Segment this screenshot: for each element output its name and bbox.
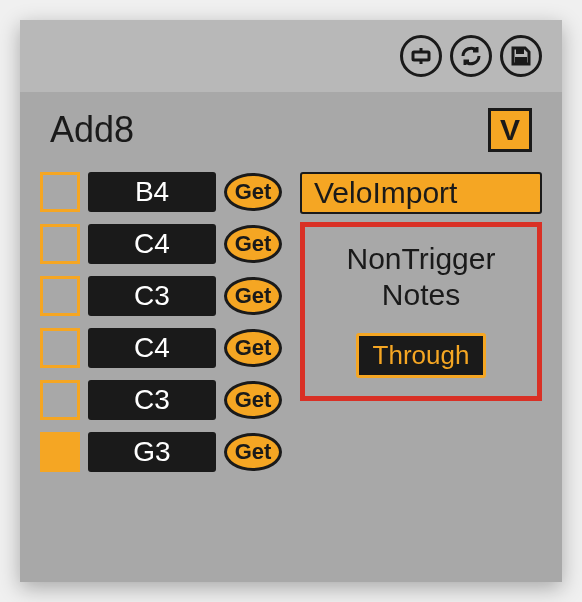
note-row: C4 Get bbox=[40, 328, 282, 368]
through-button[interactable]: Through bbox=[356, 333, 487, 378]
note-row: C4 Get bbox=[40, 224, 282, 264]
refresh-icon[interactable] bbox=[450, 35, 492, 77]
svg-rect-4 bbox=[515, 57, 527, 64]
note-label[interactable]: C3 bbox=[88, 380, 216, 420]
expand-icon[interactable] bbox=[400, 35, 442, 77]
note-label[interactable]: G3 bbox=[88, 432, 216, 472]
device-title: Add8 bbox=[50, 109, 134, 151]
get-button[interactable]: Get bbox=[224, 225, 282, 263]
save-icon[interactable] bbox=[500, 35, 542, 77]
get-button[interactable]: Get bbox=[224, 329, 282, 367]
note-checkbox[interactable] bbox=[40, 432, 80, 472]
note-row: C3 Get bbox=[40, 276, 282, 316]
nontrigger-section: NonTrigger Notes Through bbox=[300, 222, 542, 401]
get-button[interactable]: Get bbox=[224, 433, 282, 471]
right-column: VeloImport NonTrigger Notes Through bbox=[300, 172, 542, 472]
note-checkbox[interactable] bbox=[40, 276, 80, 316]
get-button[interactable]: Get bbox=[224, 381, 282, 419]
note-checkbox[interactable] bbox=[40, 224, 80, 264]
main-content: B4 Get C4 Get C3 Get C4 Get C3 G bbox=[20, 172, 562, 472]
velo-import-button[interactable]: VeloImport bbox=[300, 172, 542, 214]
titlebar bbox=[20, 20, 562, 92]
note-label[interactable]: B4 bbox=[88, 172, 216, 212]
note-checkbox[interactable] bbox=[40, 328, 80, 368]
note-label[interactable]: C4 bbox=[88, 224, 216, 264]
nontrigger-label: NonTrigger Notes bbox=[347, 241, 496, 313]
get-button[interactable]: Get bbox=[224, 277, 282, 315]
note-label[interactable]: C3 bbox=[88, 276, 216, 316]
note-row: C3 Get bbox=[40, 380, 282, 420]
note-checkbox[interactable] bbox=[40, 380, 80, 420]
svg-rect-0 bbox=[413, 52, 429, 60]
svg-rect-3 bbox=[516, 48, 524, 54]
note-checkbox[interactable] bbox=[40, 172, 80, 212]
header-row: Add8 V bbox=[20, 92, 562, 172]
device-panel: Add8 V B4 Get C4 Get C3 Get C4 bbox=[20, 20, 562, 582]
note-row: B4 Get bbox=[40, 172, 282, 212]
nontrigger-label-line2: Notes bbox=[382, 278, 460, 311]
get-button[interactable]: Get bbox=[224, 173, 282, 211]
note-rows-column: B4 Get C4 Get C3 Get C4 Get C3 G bbox=[40, 172, 282, 472]
note-row: G3 Get bbox=[40, 432, 282, 472]
nontrigger-label-line1: NonTrigger bbox=[347, 242, 496, 275]
v-button[interactable]: V bbox=[488, 108, 532, 152]
note-label[interactable]: C4 bbox=[88, 328, 216, 368]
